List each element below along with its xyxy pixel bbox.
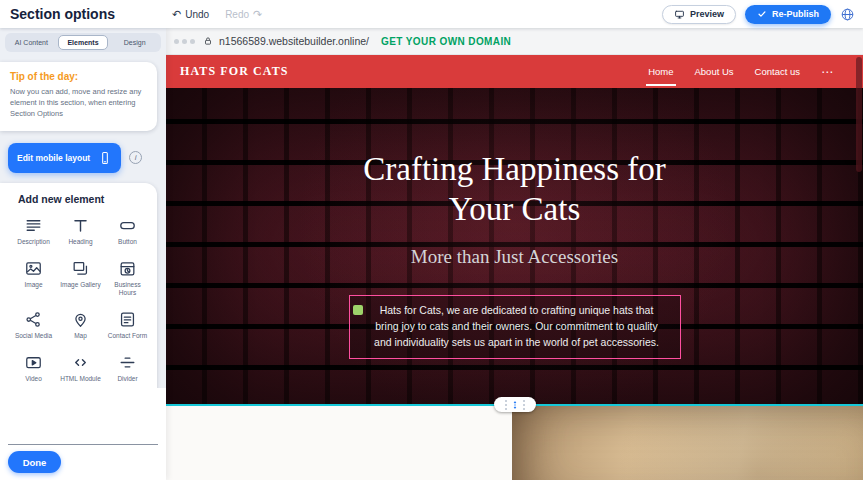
monitor-icon bbox=[674, 9, 685, 20]
code-icon bbox=[71, 353, 90, 372]
element-heading[interactable]: Heading bbox=[59, 216, 102, 246]
element-video[interactable]: Video bbox=[12, 353, 55, 383]
heading-icon bbox=[71, 216, 90, 235]
mobile-layout-row: Edit mobile layout i bbox=[8, 143, 166, 173]
check-icon bbox=[757, 9, 767, 19]
page-title: Section options bbox=[10, 6, 115, 22]
tip-body: Now you can add, move and resize any ele… bbox=[10, 87, 147, 120]
element-image[interactable]: Image bbox=[12, 259, 55, 297]
nav-contact-us[interactable]: Contact us bbox=[755, 66, 800, 77]
site-header[interactable]: Hats for Cats Home About Us Contact us ⋯ bbox=[166, 55, 863, 88]
browser-address-bar: n1566589.websitebuilder.online/ GET YOUR… bbox=[166, 28, 863, 55]
tab-ai-content[interactable]: AI Content bbox=[7, 35, 56, 50]
undo-button[interactable]: ↶ Undo bbox=[172, 9, 209, 20]
nav-about-us[interactable]: About Us bbox=[695, 66, 734, 77]
element-button[interactable]: Button bbox=[106, 216, 149, 246]
redo-button[interactable]: Redo ↷ bbox=[225, 9, 262, 20]
divider-icon bbox=[118, 353, 137, 372]
undo-label: Undo bbox=[185, 9, 209, 20]
element-image-gallery[interactable]: Image Gallery bbox=[59, 259, 102, 297]
element-html-module[interactable]: HTML Module bbox=[59, 353, 102, 383]
footer-divider bbox=[8, 444, 158, 445]
hero-paragraph-selected[interactable]: Hats for Cats, we are dedicated to craft… bbox=[349, 295, 681, 359]
site-nav: Home About Us Contact us ⋯ bbox=[648, 66, 833, 78]
republish-label: Re-Publish bbox=[772, 9, 819, 19]
hero-heading[interactable]: Crafting Happiness for Your Cats bbox=[337, 150, 692, 229]
element-divider[interactable]: Divider bbox=[106, 353, 149, 383]
contact-form-icon bbox=[118, 310, 137, 329]
redo-label: Redo bbox=[225, 9, 249, 20]
element-map[interactable]: Map bbox=[59, 310, 102, 340]
description-icon bbox=[24, 216, 43, 235]
video-icon bbox=[24, 353, 43, 372]
sidebar: AI Content Elements Design Tip of the da… bbox=[0, 28, 166, 480]
section-resize-handle[interactable] bbox=[494, 397, 536, 412]
map-pin-icon bbox=[71, 310, 90, 329]
undo-icon: ↶ bbox=[172, 9, 181, 20]
hero-paragraph-text: Hats for Cats, we are dedicated to craft… bbox=[368, 303, 666, 350]
sidebar-footer: Done bbox=[0, 388, 166, 480]
tip-title: Tip of the day: bbox=[10, 71, 147, 82]
app-window: Section options ↶ Undo Redo ↷ Preview Re… bbox=[0, 0, 863, 480]
hero-section[interactable]: Crafting Happiness for Your Cats More th… bbox=[166, 88, 863, 406]
tip-card: Tip of the day: Now you can add, move an… bbox=[0, 62, 157, 131]
tab-design[interactable]: Design bbox=[110, 35, 159, 50]
top-toolbar: Section options ↶ Undo Redo ↷ Preview Re… bbox=[0, 0, 863, 28]
language-globe-icon[interactable] bbox=[840, 7, 855, 22]
business-hours-icon bbox=[118, 259, 137, 278]
republish-button[interactable]: Re-Publish bbox=[745, 5, 831, 24]
next-section[interactable] bbox=[166, 406, 863, 480]
tab-elements[interactable]: Elements bbox=[58, 35, 109, 50]
preview-area: n1566589.websitebuilder.online/ GET YOUR… bbox=[166, 28, 863, 480]
redo-icon: ↷ bbox=[253, 9, 262, 20]
element-business-hours[interactable]: Business Hours bbox=[106, 259, 149, 297]
window-dot bbox=[190, 39, 195, 44]
grip-dots-icon bbox=[505, 404, 507, 406]
button-icon bbox=[118, 216, 137, 235]
grip-dots-icon bbox=[523, 404, 525, 406]
preview-button[interactable]: Preview bbox=[662, 5, 736, 24]
phone-icon bbox=[98, 151, 112, 165]
window-dot bbox=[182, 39, 187, 44]
info-icon[interactable]: i bbox=[129, 151, 142, 164]
site-logo[interactable]: Hats for Cats bbox=[180, 64, 289, 79]
sidebar-tabs: AI Content Elements Design bbox=[5, 33, 161, 52]
nav-home[interactable]: Home bbox=[648, 66, 673, 77]
window-dot bbox=[174, 39, 179, 44]
browser-window-dots bbox=[174, 39, 195, 44]
done-button[interactable]: Done bbox=[8, 451, 61, 473]
site-url: n1566589.websitebuilder.online/ bbox=[219, 35, 369, 47]
scrollbar-thumb[interactable] bbox=[856, 57, 862, 172]
hero-subheading[interactable]: More than Just Accessories bbox=[411, 246, 618, 268]
preview-label: Preview bbox=[690, 9, 724, 19]
toolbar-actions: Preview Re-Publish bbox=[662, 5, 855, 24]
site-scrollbar bbox=[856, 55, 862, 479]
website-canvas: Hats for Cats Home About Us Contact us ⋯… bbox=[166, 55, 863, 480]
element-contact-form[interactable]: Contact Form bbox=[106, 310, 149, 340]
resize-vertical-icon bbox=[510, 399, 520, 411]
add-panel-title: Add new element bbox=[18, 193, 149, 205]
next-section-image[interactable] bbox=[512, 406, 863, 480]
lock-icon bbox=[203, 36, 213, 46]
image-icon bbox=[24, 259, 43, 278]
element-description[interactable]: Description bbox=[12, 216, 55, 246]
element-handle-icon[interactable] bbox=[353, 305, 363, 315]
edit-mobile-layout-button[interactable]: Edit mobile layout bbox=[8, 143, 121, 173]
element-social-media[interactable]: Social Media bbox=[12, 310, 55, 340]
image-gallery-icon bbox=[71, 259, 90, 278]
edit-mobile-label: Edit mobile layout bbox=[17, 153, 90, 163]
get-domain-link[interactable]: GET YOUR OWN DOMAIN bbox=[381, 36, 511, 47]
social-media-icon bbox=[24, 310, 43, 329]
nav-more-icon[interactable]: ⋯ bbox=[821, 66, 833, 78]
